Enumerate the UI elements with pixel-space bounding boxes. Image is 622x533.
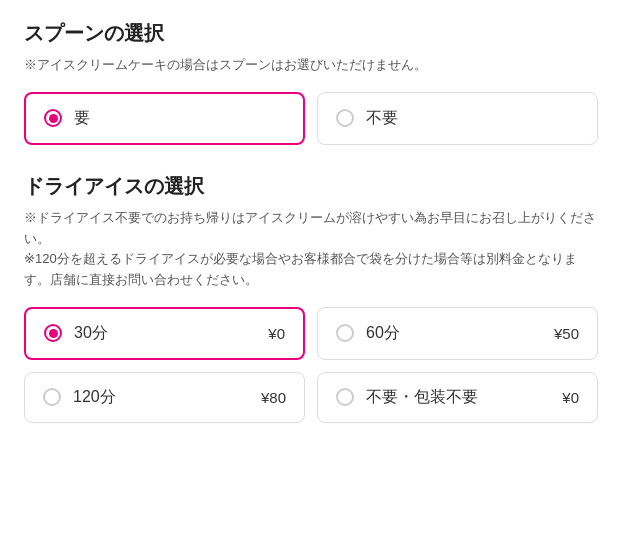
dryice-radio-30 — [44, 324, 62, 342]
dryice-options-grid: 30分 ¥0 60分 ¥50 120分 ¥80 不要・包装不要 ¥0 — [24, 307, 598, 423]
spoon-options-grid: 要 不要 — [24, 92, 598, 145]
dryice-label-none: 不要・包装不要 — [366, 387, 550, 408]
dryice-option-60[interactable]: 60分 ¥50 — [317, 307, 598, 360]
dryice-option-none[interactable]: 不要・包装不要 ¥0 — [317, 372, 598, 423]
spoon-option-yes[interactable]: 要 — [24, 92, 305, 145]
dryice-radio-120 — [43, 388, 61, 406]
dryice-price-30: ¥0 — [268, 325, 285, 342]
spoon-note: ※アイスクリームケーキの場合はスプーンはお選びいただけません。 — [24, 55, 598, 76]
dryice-label-30: 30分 — [74, 323, 256, 344]
dryice-option-30[interactable]: 30分 ¥0 — [24, 307, 305, 360]
dryice-note: ※ドライアイス不要でのお持ち帰りはアイスクリームが溶けやすい為お早目にお召し上が… — [24, 208, 598, 291]
dryice-price-120: ¥80 — [261, 389, 286, 406]
spoon-section-title: スプーンの選択 — [24, 20, 598, 47]
spoon-label-yes: 要 — [74, 108, 285, 129]
dryice-radio-60 — [336, 324, 354, 342]
spoon-radio-no — [336, 109, 354, 127]
dryice-option-120[interactable]: 120分 ¥80 — [24, 372, 305, 423]
spoon-option-no[interactable]: 不要 — [317, 92, 598, 145]
spoon-label-no: 不要 — [366, 108, 579, 129]
dryice-price-60: ¥50 — [554, 325, 579, 342]
dryice-section: ドライアイスの選択 ※ドライアイス不要でのお持ち帰りはアイスクリームが溶けやすい… — [24, 173, 598, 423]
dryice-section-title: ドライアイスの選択 — [24, 173, 598, 200]
dryice-label-60: 60分 — [366, 323, 542, 344]
dryice-label-120: 120分 — [73, 387, 249, 408]
spoon-section: スプーンの選択 ※アイスクリームケーキの場合はスプーンはお選びいただけません。 … — [24, 20, 598, 145]
dryice-radio-none — [336, 388, 354, 406]
spoon-radio-yes — [44, 109, 62, 127]
dryice-price-none: ¥0 — [562, 389, 579, 406]
